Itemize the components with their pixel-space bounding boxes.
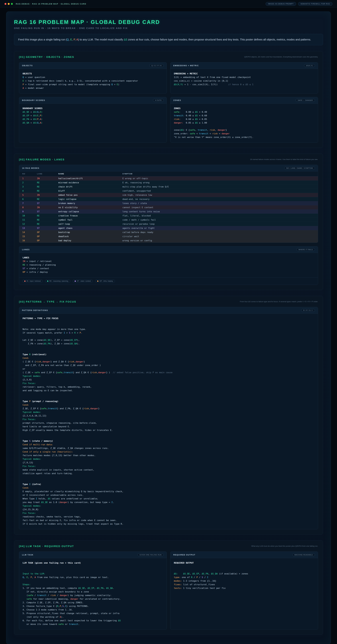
required-output-badge: MACHINE-READABLE <box>292 553 315 556</box>
lane-dot-icon <box>75 280 76 282</box>
panel-modes-table: 16 RAG MODES NO / LANE / NAME / SYMPTOM … <box>19 165 318 243</box>
code-line: Fix focus: <box>22 511 314 515</box>
panel-embedding-metric: EMBEDDING + METRIC ΔS(X,Y) EMBEDDING + M… <box>170 62 318 94</box>
code-line: ( Z_QE ∈ {risk,danger} and Z_QA ∈ {risk,… <box>22 360 314 364</box>
panel-zones-label: ZONES <box>173 99 181 101</box>
lane-legend-label: ST · state / context <box>77 280 91 282</box>
mode-table-cell: 10 <box>22 214 37 217</box>
close-window-dot[interactable] <box>4 3 6 5</box>
code-line: or <box>22 367 314 371</box>
code-line: Typical modes: <box>22 504 314 508</box>
code-line: 6. For each fix, define one small test e… <box>22 619 163 622</box>
mode-table-cell: agent chaos <box>58 227 122 230</box>
patterns-code: PATTERNS → TYPE → FIX FOCUS Note: one mo… <box>19 314 318 529</box>
column-lane: LANE <box>37 173 58 175</box>
mode-table-cell: ST <box>37 227 58 230</box>
code-line: failure matches modes {7,9,13} better th… <box>22 454 314 457</box>
minimize-window-dot[interactable] <box>8 3 10 5</box>
code-line: OBJECTS <box>22 72 163 76</box>
mode-table-cell: E ok, reasoning wrong <box>122 181 315 184</box>
mode-table-cell: embed false pos <box>58 194 122 196</box>
panel-boundary-label: BOUNDARY SCORES <box>22 99 45 101</box>
code-line: Type I (infra) <box>22 482 314 486</box>
boundary-code: BOUNDARY SCORESΔS_QE = ΔS(Q,E)ΔS_EP = ΔS… <box>19 104 167 142</box>
mode-table-cell: ST <box>37 202 58 204</box>
mode-table-cell: 2 <box>22 181 37 184</box>
mode-table-cell: deadlock <box>58 235 122 238</box>
code-line: 5. Propose structural_fixes that change … <box>22 612 163 615</box>
mode-table-cell: 11 <box>22 218 37 221</box>
code-line: BOUNDARY SCORES <box>22 106 163 110</box>
code-line: OP = infra / deploy <box>22 270 314 274</box>
code-line: Steps: <box>22 583 163 586</box>
mode-table-cell: cannot inspect E content <box>122 206 315 209</box>
code-line: Cond if multi-run data: <box>22 443 314 446</box>
lane-dot-icon <box>47 280 48 282</box>
mode-table-cell: RE <box>37 190 58 192</box>
code-line <box>22 565 163 568</box>
code-line <box>22 436 314 439</box>
code-line: ΔS: ΔS_QE, ΔS_EP, ΔS_PA, ΔS_QA (if avail… <box>174 572 314 576</box>
mode-table-row: 6RElogic collapsedead-end, no recovery <box>19 197 318 201</box>
code-line: Typical modes: <box>22 457 314 461</box>
code-line: cos_sim(u,v) = cosine similarity in [0,1… <box>174 79 314 83</box>
mode-table-cell: chain drift <box>58 186 122 188</box>
window-controls <box>4 3 13 5</box>
section-llm-task-label: [04] LLM TASK · REQUIRED OUTPUT <box>19 545 74 548</box>
patterns-label: PATTERN DEFINITIONS <box>22 309 48 312</box>
code-line: PATTERNS → TYPE → FIX FOCUS <box>22 316 314 320</box>
page-title: RAG 16 PROBLEM MAP · GLOBAL DEBUG CARD <box>14 19 323 25</box>
code-line: 1. If you have an embedding tool, comput… <box>22 586 163 590</box>
lane-legend-chip: IN · input / retrieval <box>22 279 43 283</box>
mode-table-cell: 12 <box>22 223 37 225</box>
code-line <box>22 334 314 338</box>
code-line <box>22 432 314 436</box>
section-failure-modes-header: [02] FAILURE MODES · LANES 16 named fail… <box>19 158 318 161</box>
code-line: ΔS_QA = ΔS(Q,A) <box>22 121 163 124</box>
code-line: If not, directly assign each boundary to… <box>22 590 163 594</box>
code-line: LANES <box>22 256 314 260</box>
section-patterns: [03] PATTERNS → TYPE → FIX FOCUS From fo… <box>14 296 323 534</box>
mode-table-cell: confident, unsupported <box>122 190 315 192</box>
lane-legend-chip: OP · infra / deploy <box>95 279 115 283</box>
section-geometry-note: Q/E/P/A objects, ΔS metric and four boun… <box>244 56 318 58</box>
window-titlebar: RAG-DEBUG · RAG 16 PROBLEM MAP · GLOBAL … <box>0 0 337 8</box>
code-line: type: one of R / P / S / I <box>174 576 314 579</box>
mode-table-cell: broken memory <box>58 202 122 204</box>
mode-table-cell: RE <box>37 181 58 184</box>
modes-table-badge: NO / LANE / NAME / SYMPTOM <box>284 167 315 170</box>
mode-table-cell: bluff <box>58 190 122 192</box>
debug-card: RAG 16 PROBLEM MAP · GLOBAL DEBUG CARD O… <box>6 12 331 644</box>
code-line <box>174 565 314 568</box>
mode-table-cell: entropy collapse <box>58 210 122 213</box>
mode-table-row: 4REbluffconfident, unsupported <box>19 189 318 193</box>
code-line: LLM TASK (given one failing run + this c… <box>22 561 163 565</box>
code-line: ΔS_EP = ΔS(E,P) <box>22 114 163 117</box>
section-llm-task: [04] LLM TASK · REQUIRED OUTPUT What any… <box>14 540 323 635</box>
lane-legend-label: OP · infra / deploy <box>100 280 113 282</box>
section-failure-modes-note: 16 named failure modes across 4 lanes. U… <box>250 158 318 161</box>
code-line: and Z_EP, Z_PA are not worse than Z_QE u… <box>22 364 314 367</box>
mode-table-cell: IN <box>37 177 58 180</box>
mode-table-cell: 3 <box>22 186 37 188</box>
mode-table-cell: 9 <box>22 210 37 213</box>
mode-table-row: 10REcreative freezeflat, literal, blocke… <box>19 214 318 218</box>
topbar-badges: IMAGE-AS-DEBUG PROMPT SEMANTIC FIREWALL … <box>266 2 332 6</box>
mode-table-cell: E wrong or off-topic <box>122 177 315 180</box>
panel-embedding-badge: ΔS(X,Y) <box>304 64 315 67</box>
panel-objects: OBJECTS Q / E / P / A OBJECTSQ = user qu… <box>19 62 167 94</box>
llm-task-badge: GIVEN ONE FAILING RUN <box>138 553 164 556</box>
mode-table-cell: circular wait <box>122 235 315 238</box>
mode-table-row: 16OPbad deploywrong version or config <box>19 238 318 242</box>
mode-table-cell: 6 <box>22 198 37 200</box>
maximize-window-dot[interactable] <box>11 3 13 5</box>
mode-table-cell: flat, literal, blocked <box>122 214 315 217</box>
mode-table-row: 5INembed false possim high, relevance lo… <box>19 193 318 197</box>
code-line: safe: 0.00 ≤ ΔS < 0.40 <box>174 110 314 114</box>
code-line: A = model answer <box>22 86 163 90</box>
code-line: {14,15,16,8} <box>22 508 314 511</box>
code-line: REQUIRED OUTPUT <box>174 561 314 565</box>
intro-text: Feed this image plus a single failing ru… <box>14 34 323 45</box>
mode-table-cell: OP <box>37 239 58 242</box>
column-symptom: SYMPTOM <box>122 173 315 175</box>
